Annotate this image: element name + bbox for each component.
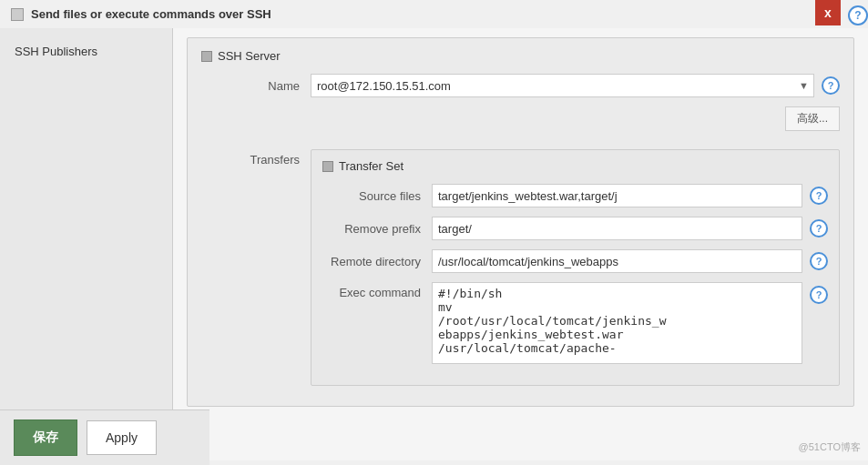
remove-prefix-input[interactable] <box>432 217 802 240</box>
remove-prefix-help-icon[interactable]: ? <box>810 219 828 238</box>
source-files-input[interactable] <box>432 184 802 207</box>
name-label: Name <box>201 79 311 93</box>
name-select-wrapper: root@172.150.15.51.com ▼ <box>311 74 814 97</box>
name-help-icon[interactable]: ? <box>822 76 840 95</box>
sidebar-item-ssh-publishers[interactable]: SSH Publishers <box>0 37 172 66</box>
exec-command-textarea[interactable]: #!/bin/sh mv /root/usr/local/tomcat/jenk… <box>432 282 802 364</box>
transfers-row: Transfers Transfer Set Source files ? <box>201 149 840 386</box>
ssh-server-section: SSH Server Name root@172.150.15.51.com ▼… <box>187 37 854 407</box>
exec-command-help-icon[interactable]: ? <box>810 286 828 304</box>
close-button[interactable]: x <box>815 0 841 25</box>
exec-textarea-wrapper: #!/bin/sh mv /root/usr/local/tomcat/jenk… <box>432 282 802 367</box>
ssh-server-header: SSH Server <box>201 49 840 63</box>
advanced-row: 高级... <box>201 106 840 140</box>
save-button[interactable]: 保存 <box>14 420 77 456</box>
remote-directory-input[interactable] <box>432 249 802 273</box>
advanced-button[interactable]: 高级... <box>785 106 840 131</box>
transfers-label: Transfers <box>201 149 311 167</box>
sidebar: SSH Publishers <box>0 28 173 460</box>
main-container: x ? Send files or execute commands over … <box>0 0 868 465</box>
top-help-icon[interactable]: ? <box>848 5 868 25</box>
layout: SSH Publishers SSH Server Name root@172.… <box>0 28 868 460</box>
remove-prefix-label: Remove prefix <box>322 222 432 236</box>
remote-directory-help-icon[interactable]: ? <box>810 252 828 270</box>
bottom-bar: 保存 Apply <box>0 409 209 465</box>
title-icon <box>11 8 24 21</box>
source-files-help-icon[interactable]: ? <box>810 187 828 205</box>
page-title: Send files or execute commands over SSH <box>31 7 271 21</box>
ssh-server-title: SSH Server <box>218 49 281 63</box>
source-files-row: Source files ? <box>322 184 828 207</box>
transfer-set-header: Transfer Set <box>322 159 828 173</box>
transfer-set-box: Transfer Set Source files ? Remove prefi… <box>311 149 840 386</box>
main-content: SSH Server Name root@172.150.15.51.com ▼… <box>173 28 868 460</box>
transfer-set-title: Transfer Set <box>339 159 403 173</box>
apply-button[interactable]: Apply <box>87 420 157 455</box>
exec-command-area: Exec command #!/bin/sh mv /root/usr/loca… <box>322 282 828 367</box>
title-bar: Send files or execute commands over SSH <box>0 0 868 28</box>
remote-directory-row: Remote directory ? <box>322 249 828 273</box>
name-select[interactable]: root@172.150.15.51.com <box>311 74 814 97</box>
transfer-set-icon <box>322 161 333 172</box>
source-files-label: Source files <box>322 189 432 203</box>
name-row: Name root@172.150.15.51.com ▼ ? <box>201 74 840 97</box>
exec-command-label: Exec command <box>322 282 432 299</box>
remove-prefix-row: Remove prefix ? <box>322 217 828 240</box>
section-icon <box>201 51 212 62</box>
watermark: @51CTO博客 <box>799 440 861 454</box>
remote-directory-label: Remote directory <box>322 255 432 268</box>
